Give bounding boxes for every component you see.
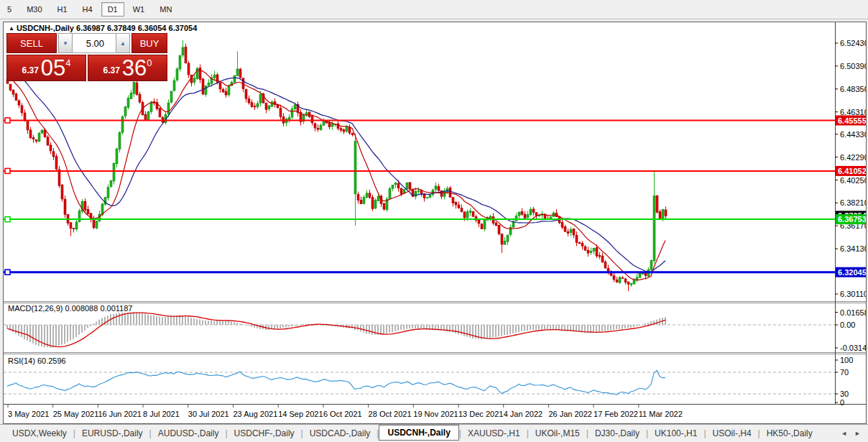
svg-text:6.52430: 6.52430	[840, 39, 866, 47]
buy-price-pip: 0	[147, 57, 152, 68]
sell-price-display[interactable]: 6.37054	[6, 55, 86, 81]
volume-decrease-button[interactable]: ▼	[58, 33, 73, 53]
volume-input[interactable]: 5.00	[73, 33, 116, 53]
sell-button[interactable]: SELL	[6, 33, 57, 53]
svg-text:13 Dec 2021: 13 Dec 2021	[458, 410, 503, 418]
chart-title: ▲USDCNH-,Daily 6.36987 6.37849 6.36054 6…	[9, 24, 197, 32]
timeframe-button-h1[interactable]: H1	[51, 2, 74, 17]
sell-price-pip: 4	[65, 57, 70, 68]
svg-text:3 May 2021: 3 May 2021	[8, 410, 49, 418]
chart-ohlc-values: 6.36987 6.37849 6.36054 6.37054	[76, 24, 197, 32]
svg-text:-0.031421: -0.031421	[840, 344, 866, 352]
timeframe-button-m30[interactable]: M30	[20, 2, 48, 17]
buy-price-prefix: 6.37	[103, 65, 119, 75]
svg-text:11 Mar 2022: 11 Mar 2022	[639, 410, 683, 418]
chart-tab-audusd-[interactable]: AUDUSD-,Daily	[152, 427, 226, 440]
svg-text:70: 70	[840, 368, 849, 377]
chart-tab-eurusd-[interactable]: EURUSD-,Daily	[75, 427, 149, 440]
volume-spinner: ▼ 5.00 ▲	[58, 33, 130, 53]
chart-tab-usdchf-[interactable]: USDCHF-,Daily	[228, 427, 301, 440]
svg-text:30 Jul 2021: 30 Jul 2021	[188, 410, 229, 418]
svg-text:30: 30	[840, 390, 849, 398]
svg-text:6 Oct 2021: 6 Oct 2021	[323, 410, 362, 418]
svg-text:6.42290: 6.42290	[840, 153, 866, 162]
timeframe-button-5[interactable]: 5	[1, 2, 18, 17]
tabs-scroll-left-icon[interactable]: ◄	[841, 430, 847, 437]
buy-price-display[interactable]: 6.37360	[88, 55, 167, 81]
svg-text:6.50390: 6.50390	[840, 62, 866, 70]
one-click-trade-panel: SELL ▼ 5.00 ▲ BUY 6.37054 6.37360	[6, 33, 167, 81]
timeframe-button-h4[interactable]: H4	[76, 2, 99, 17]
buy-button[interactable]: BUY	[131, 33, 167, 53]
chevron-up-icon: ▲	[120, 40, 126, 47]
svg-text:23 Aug 2021: 23 Aug 2021	[234, 410, 278, 418]
timeframe-button-mn[interactable]: MN	[153, 2, 178, 17]
volume-increase-button[interactable]: ▲	[116, 33, 130, 53]
svg-text:6.46310: 6.46310	[840, 108, 866, 116]
chart-symbol-period: USDCNH-,Daily	[17, 24, 74, 32]
chart-tabbar: USDX,Weekly|EURUSD-,Daily|AUDUSD-,Daily|…	[0, 424, 868, 442]
svg-text:0.016586: 0.016586	[840, 308, 866, 317]
chevron-down-icon: ▼	[63, 40, 68, 47]
timeframe-button-w1[interactable]: W1	[126, 2, 152, 17]
svg-text:17 Feb 2022: 17 Feb 2022	[594, 410, 638, 418]
svg-text:8 Jul 2021: 8 Jul 2021	[143, 410, 180, 418]
chart-tab-hk50-[interactable]: HK50-,Daily	[760, 427, 819, 440]
chart-tab-usdcad-[interactable]: USDCAD-,Daily	[303, 427, 377, 440]
svg-text:6.45555: 6.45555	[838, 116, 866, 125]
svg-text:6.48350: 6.48350	[840, 85, 866, 93]
svg-text:25 May 2021: 25 May 2021	[53, 410, 99, 418]
buy-price-main: 36	[122, 57, 147, 79]
chart-tab-usoil-[interactable]: USOil-,H4	[706, 427, 758, 440]
svg-text:100: 100	[840, 356, 853, 364]
timeframe-button-d1[interactable]: D1	[101, 2, 124, 17]
svg-text:6.34130: 6.34130	[840, 244, 866, 253]
svg-text:6.38210: 6.38210	[840, 198, 866, 207]
svg-text:16 Jun 2021: 16 Jun 2021	[98, 410, 142, 418]
macd-indicator-label: MACD(12,26,9) 0.008088 0.001187	[8, 304, 132, 313]
timeframe-toolbar: 5M30H1H4D1W1MN	[0, 0, 868, 19]
svg-text:6.40250: 6.40250	[840, 176, 866, 185]
svg-text:19 Nov 2021: 19 Nov 2021	[413, 410, 458, 418]
svg-text:0: 0	[840, 398, 844, 407]
svg-text:6.32045: 6.32045	[838, 268, 866, 277]
rsi-indicator-label: RSI(14) 60.2596	[8, 356, 66, 365]
sell-price-main: 05	[41, 57, 65, 79]
svg-text:14 Sep 2021: 14 Sep 2021	[278, 410, 323, 418]
svg-text:28 Oct 2021: 28 Oct 2021	[369, 410, 412, 418]
chart-tab-ukoil-[interactable]: UKOil-,M15	[529, 427, 586, 440]
chart-tab-xauusd-[interactable]: XAUUSD-,H1	[461, 427, 527, 440]
chart-tab-uk100-[interactable]: UK100-,H1	[648, 427, 703, 440]
tabs-scroll-right-icon[interactable]: ►	[854, 430, 861, 437]
svg-text:0.00: 0.00	[840, 321, 855, 329]
svg-text:26 Jan 2022: 26 Jan 2022	[548, 410, 592, 418]
chart-tab-dj30-[interactable]: DJ30-,Daily	[588, 427, 646, 440]
chart-window[interactable]: 6.524306.503906.483506.463106.443306.422…	[3, 22, 867, 424]
svg-text:6.41052: 6.41052	[838, 167, 866, 175]
svg-text:6.44330: 6.44330	[840, 130, 866, 139]
svg-text:4 Jan 2022: 4 Jan 2022	[504, 410, 542, 418]
chart-tab-usdcnh-[interactable]: USDCNH-,Daily	[379, 425, 458, 441]
svg-text:6.30110: 6.30110	[840, 290, 866, 298]
svg-text:6.36753: 6.36753	[838, 215, 866, 224]
chart-svg[interactable]: 6.524306.503906.483506.463106.443306.422…	[4, 22, 866, 423]
sell-price-prefix: 6.37	[22, 65, 38, 75]
collapse-panel-icon[interactable]: ▲	[9, 25, 14, 32]
chart-tab-usdx[interactable]: USDX,Weekly	[6, 427, 73, 440]
